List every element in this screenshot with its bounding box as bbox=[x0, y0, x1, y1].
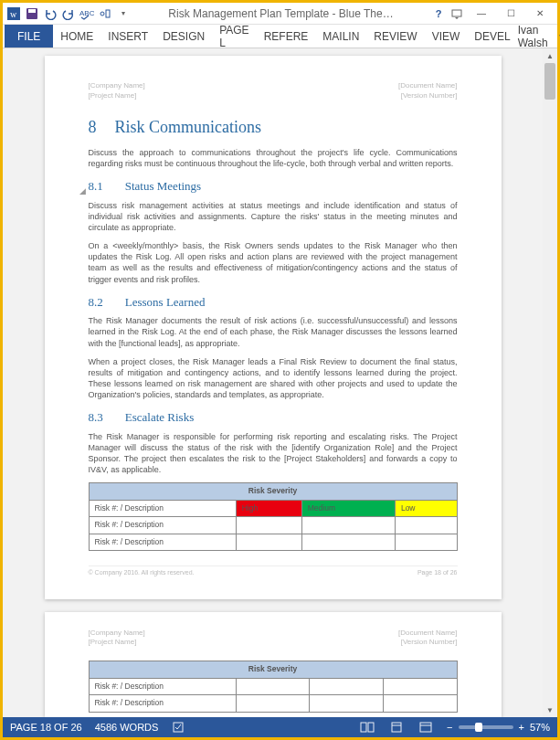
scroll-down-icon[interactable]: ▼ bbox=[543, 703, 557, 717]
svg-rect-7 bbox=[452, 10, 461, 16]
body-paragraph[interactable]: The Risk Manager is responsible for perf… bbox=[89, 431, 458, 476]
spellcheck-icon[interactable]: ABC bbox=[79, 6, 94, 21]
tab-insert[interactable]: INSERT bbox=[100, 25, 155, 48]
qat-dropdown-icon[interactable]: ▾ bbox=[116, 6, 131, 21]
zoom-slider[interactable] bbox=[459, 725, 513, 729]
zoom-thumb[interactable] bbox=[475, 723, 482, 732]
help-icon[interactable]: ? bbox=[431, 6, 446, 21]
svg-rect-3 bbox=[28, 9, 36, 13]
heading-2-escalate-risks[interactable]: 8.3Escalate Risks bbox=[89, 409, 458, 426]
scroll-track[interactable] bbox=[543, 63, 557, 703]
heading-1[interactable]: 8 Risk Communications bbox=[89, 116, 458, 138]
zoom-control[interactable]: − + 57% bbox=[447, 722, 550, 733]
page-indicator[interactable]: PAGE 18 OF 26 bbox=[10, 722, 82, 733]
svg-rect-6 bbox=[106, 10, 110, 17]
heading-2-status-meetings[interactable]: 8.1Status Meetings bbox=[89, 178, 458, 195]
body-paragraph[interactable]: Discuss the approach to communications t… bbox=[89, 147, 458, 169]
severity-high[interactable]: High bbox=[236, 500, 301, 516]
word-app-icon[interactable]: w bbox=[6, 6, 21, 21]
read-mode-icon[interactable] bbox=[359, 722, 375, 733]
body-paragraph[interactable]: Discuss risk management activities at st… bbox=[89, 200, 458, 233]
quick-access-toolbar: w ABC ▾ bbox=[6, 6, 131, 21]
svg-rect-9 bbox=[361, 723, 366, 732]
page-header: [Company Name] [Document Name] bbox=[89, 629, 458, 639]
save-icon[interactable] bbox=[25, 6, 39, 21]
word-count[interactable]: 4586 WORDS bbox=[95, 722, 159, 733]
scroll-thumb[interactable] bbox=[544, 63, 555, 100]
page-header: [Company Name] [Document Name] bbox=[89, 81, 458, 91]
zoom-out-icon[interactable]: − bbox=[447, 722, 452, 733]
ribbon-tabs: FILE HOME INSERT DESIGN PAGE L REFERE MA… bbox=[3, 25, 557, 48]
user-account[interactable]: Ivan Walsh ▾ K bbox=[518, 25, 560, 48]
undo-icon[interactable] bbox=[43, 6, 58, 21]
tab-references[interactable]: REFERE bbox=[257, 25, 316, 48]
minimize-button[interactable]: — bbox=[468, 5, 495, 23]
ribbon-options-icon[interactable] bbox=[449, 6, 464, 21]
scroll-up-icon[interactable]: ▲ bbox=[543, 48, 557, 63]
tab-page-layout[interactable]: PAGE L bbox=[212, 25, 256, 48]
svg-text:ABC: ABC bbox=[79, 9, 94, 17]
body-paragraph[interactable]: When a project closes, the Risk Manager … bbox=[89, 356, 458, 401]
table-title: Risk Severity bbox=[89, 483, 457, 500]
tab-review[interactable]: REVIEW bbox=[366, 25, 424, 48]
page-header-2: [Project Name] [Version Number] bbox=[89, 638, 458, 648]
svg-rect-11 bbox=[392, 723, 401, 732]
risk-severity-table[interactable]: Risk Severity Risk #: / Description Risk… bbox=[89, 661, 458, 712]
document-scroll[interactable]: [Company Name] [Document Name] [Project … bbox=[3, 48, 543, 717]
svg-rect-10 bbox=[368, 723, 374, 732]
collapse-toggle-icon[interactable]: ◢ bbox=[79, 185, 86, 196]
severity-low[interactable]: Low bbox=[395, 500, 457, 516]
tab-view[interactable]: VIEW bbox=[425, 25, 468, 48]
table-cell[interactable]: Risk #: / Description bbox=[89, 695, 236, 712]
document-page[interactable]: [Company Name] [Document Name] [Project … bbox=[45, 612, 502, 717]
table-cell[interactable]: Risk #: / Description bbox=[89, 678, 236, 694]
tab-design[interactable]: DESIGN bbox=[155, 25, 212, 48]
document-page[interactable]: [Company Name] [Document Name] [Project … bbox=[45, 56, 502, 599]
body-paragraph[interactable]: The Risk Manager documents the result of… bbox=[89, 315, 458, 348]
svg-text:w: w bbox=[10, 9, 17, 19]
touch-mode-icon[interactable] bbox=[98, 6, 112, 21]
severity-medium[interactable]: Medium bbox=[301, 500, 395, 516]
page-header-2: [Project Name] [Version Number] bbox=[89, 91, 458, 101]
table-cell[interactable]: Risk #: / Description bbox=[89, 500, 236, 516]
tab-mailings[interactable]: MAILIN bbox=[315, 25, 366, 48]
web-layout-icon[interactable] bbox=[417, 722, 434, 733]
svg-point-5 bbox=[100, 12, 104, 16]
maximize-button[interactable]: ☐ bbox=[497, 5, 524, 23]
window-title: Risk Management Plan Template - Blue The… bbox=[134, 7, 428, 20]
titlebar: w ABC ▾ Risk Management Plan Template - … bbox=[3, 3, 557, 25]
table-title: Risk Severity bbox=[89, 661, 457, 678]
document-area: [Company Name] [Document Name] [Project … bbox=[3, 48, 557, 717]
file-tab[interactable]: FILE bbox=[5, 25, 53, 48]
heading-2-lessons-learned[interactable]: 8.2Lessons Learned bbox=[89, 294, 458, 311]
risk-severity-table[interactable]: Risk Severity Risk #: / Description High… bbox=[89, 482, 458, 551]
tab-developer[interactable]: DEVEL bbox=[467, 25, 517, 48]
window-controls: — ☐ ✕ bbox=[468, 5, 554, 23]
zoom-in-icon[interactable]: + bbox=[519, 722, 524, 733]
close-button[interactable]: ✕ bbox=[526, 5, 554, 23]
user-name: Ivan Walsh bbox=[518, 24, 554, 49]
spellcheck-status-icon[interactable] bbox=[171, 721, 187, 734]
svg-rect-13 bbox=[420, 723, 431, 732]
print-layout-icon[interactable] bbox=[388, 722, 405, 733]
table-cell[interactable]: Risk #: / Description bbox=[89, 534, 236, 550]
statusbar: PAGE 18 OF 26 4586 WORDS − + 57% bbox=[3, 717, 557, 737]
tab-home[interactable]: HOME bbox=[53, 25, 100, 48]
redo-icon[interactable] bbox=[61, 6, 76, 21]
table-cell[interactable]: Risk #: / Description bbox=[89, 517, 236, 534]
vertical-scrollbar[interactable]: ▲ ▼ bbox=[543, 48, 557, 717]
zoom-level[interactable]: 57% bbox=[530, 722, 550, 733]
page-footer: © Company 2016. All rights reserved. Pag… bbox=[89, 566, 458, 576]
body-paragraph[interactable]: On a <weekly/monthly> basis, the Risk Ow… bbox=[89, 240, 458, 285]
